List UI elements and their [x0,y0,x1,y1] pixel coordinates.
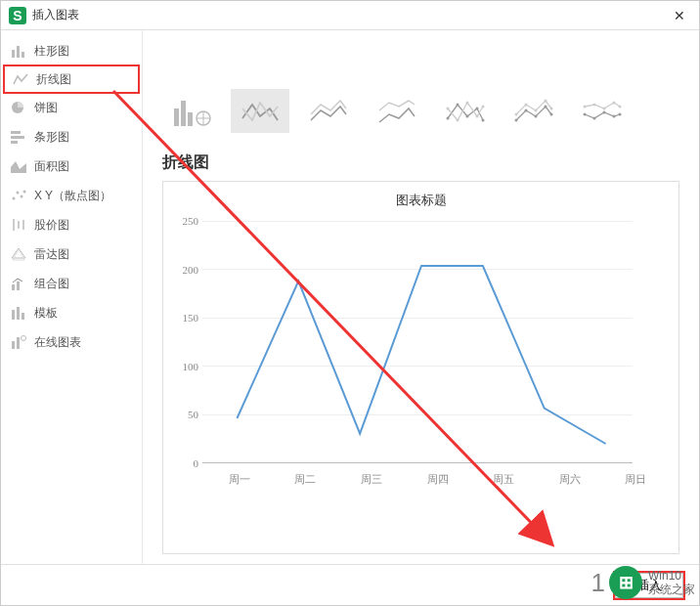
windows-icon: ⊞ [609,566,642,599]
svg-point-57 [603,107,606,109]
x-tick-label: 周二 [273,472,339,487]
svg-rect-25 [181,101,186,126]
sidebar-item-scatter[interactable]: X Y（散点图） [1,181,142,210]
svg-point-59 [619,105,622,108]
y-tick-label: 250 [173,215,202,227]
sidebar-item-line[interactable]: 折线图 [3,65,140,94]
svg-rect-22 [17,337,20,349]
svg-point-23 [22,336,26,341]
y-tick-label: 0 [173,457,202,469]
subtype-row [162,89,679,133]
subtype-line-markers[interactable] [436,89,495,133]
subtype-column-glyph[interactable] [162,89,221,133]
x-tick-label: 周日 [602,472,669,487]
svg-rect-2 [22,52,24,58]
svg-point-36 [457,118,459,121]
close-button[interactable]: ✕ [668,8,691,23]
watermark-line1: Win10 [648,569,695,583]
x-tick-label: 周三 [338,472,405,487]
svg-point-58 [613,101,616,104]
svg-rect-24 [174,108,179,126]
svg-point-43 [545,105,547,108]
sidebar-item-label: 面积图 [34,158,69,175]
line-chart-icon [13,72,28,86]
sidebar-item-pie[interactable]: 饼图 [1,93,142,122]
svg-point-30 [447,116,450,119]
svg-rect-17 [17,281,20,290]
x-tick-label: 周四 [405,472,471,487]
svg-point-49 [550,107,553,109]
x-tick-label: 周一 [206,472,273,487]
combo-chart-icon [11,277,26,290]
svg-point-53 [613,114,616,117]
sidebar-item-bar[interactable]: 条形图 [1,122,142,152]
sidebar-item-area[interactable]: 面积图 [1,152,142,181]
sidebar-item-label: 股价图 [34,217,69,234]
sidebar-item-combo[interactable]: 组合图 [1,269,142,298]
watermark-line2: 系统之家 [648,583,695,596]
svg-rect-18 [12,310,15,320]
svg-rect-5 [11,136,24,139]
sidebar-item-label: 条形图 [34,129,69,146]
svg-rect-19 [17,307,20,320]
svg-point-33 [476,107,479,109]
bar-chart-icon [11,130,26,144]
svg-point-42 [535,114,538,117]
sidebar-item-label: 在线图表 [34,334,81,351]
svg-point-9 [21,195,23,198]
watermark-ten: 1 [591,568,603,598]
line-series [206,215,636,469]
app-icon: S [9,7,26,24]
subtype-line-basic[interactable] [231,89,289,133]
plot-area: 250200150100500 周一周二周三周四周五周六周日 [173,215,669,469]
subtype-line-stacked[interactable] [299,89,358,133]
svg-rect-4 [11,131,21,134]
svg-point-47 [535,108,538,111]
svg-point-54 [619,112,622,115]
svg-rect-0 [12,50,15,58]
section-title: 折线图 [162,152,679,173]
column-chart-icon [11,44,26,58]
sidebar-item-template[interactable]: 模板 [1,298,142,327]
svg-rect-16 [12,284,15,290]
stock-chart-icon [11,218,26,232]
dialog-window: S 插入图表 ✕ 柱形图 折线图 饼图 [0,0,700,606]
sidebar-item-label: 雷达图 [34,246,69,263]
sidebar-item-label: 饼图 [34,100,58,116]
svg-point-50 [584,112,587,115]
sidebar-item-online[interactable]: 在线图表 [1,327,142,357]
sidebar-item-column[interactable]: 柱形图 [1,36,142,65]
online-chart-icon [11,335,26,349]
subtype-line-100stacked-markers[interactable] [573,89,632,133]
x-tick-label: 周五 [470,472,537,487]
svg-point-7 [13,197,16,200]
chart-preview: 图表标题 250200150100500 周一周二周三周四周五周六周日 [162,181,679,554]
svg-point-37 [466,101,469,104]
sidebar-item-label: 模板 [34,305,58,322]
area-chart-icon [11,159,26,173]
sidebar-item-stock[interactable]: 股价图 [1,210,142,239]
svg-point-44 [550,112,553,115]
svg-point-52 [603,110,606,113]
chart-title: 图表标题 [173,192,669,209]
svg-point-34 [482,118,485,121]
template-icon [11,306,26,320]
svg-point-51 [593,116,596,119]
sidebar-item-label: 组合图 [34,276,69,292]
svg-rect-21 [12,341,15,349]
sidebar-item-radar[interactable]: 雷达图 [1,239,142,269]
radar-chart-icon [11,247,26,261]
watermark: 1 ⊞ Win10 系统之家 [591,566,695,599]
chart-type-sidebar: 柱形图 折线图 饼图 条形图 [1,30,143,564]
pie-chart-icon [11,101,26,114]
sidebar-item-label: 折线图 [36,71,71,88]
sidebar-item-label: 柱形图 [34,43,69,60]
scatter-chart-icon [11,189,26,202]
svg-point-45 [515,112,518,115]
subtype-line-stacked-markers[interactable] [504,89,563,133]
svg-point-56 [593,103,596,106]
svg-point-32 [466,114,469,117]
svg-point-41 [525,108,528,111]
window-title: 插入图表 [32,7,668,23]
subtype-line-100stacked[interactable] [368,89,426,133]
